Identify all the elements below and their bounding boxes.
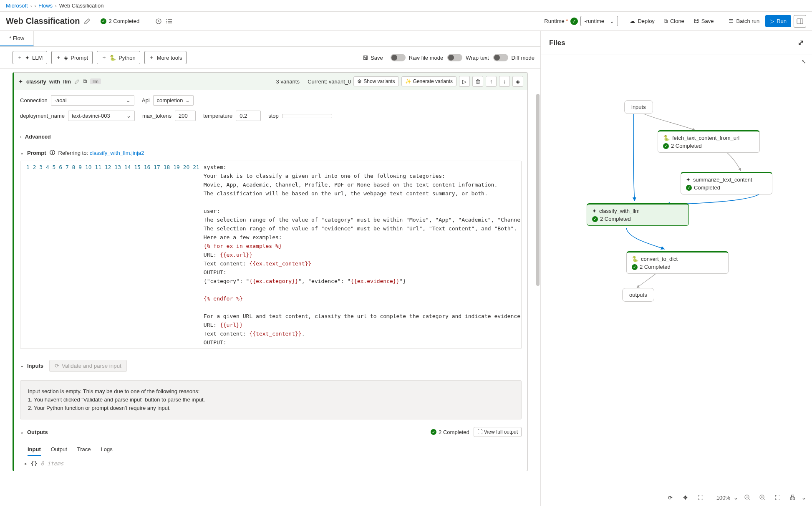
history-icon[interactable] (155, 18, 162, 25)
fullscreen-button[interactable]: ⛶ (695, 492, 706, 503)
llm-icon: ✦ (592, 208, 597, 214)
tab-logs[interactable]: Logs (101, 444, 113, 456)
runtime-select[interactable]: -runtime ⌄ (580, 16, 618, 26)
svg-point-2 (166, 21, 167, 22)
connection-select[interactable]: -aoai⌄ (51, 95, 134, 106)
breadcrumb-flows[interactable]: Flows (38, 3, 53, 9)
zoom-in-button[interactable] (757, 492, 768, 503)
list-icon[interactable] (166, 18, 173, 25)
batch-run-button[interactable]: ☰ Batch run (725, 15, 763, 27)
deploy-icon: ☁ (630, 18, 635, 24)
tool-row: ＋ ✦ LLM ＋ ◈ Prompt ＋ 🐍 Python ＋ More too… (0, 47, 540, 69)
outputs-section[interactable]: ⌄ Outputs (20, 429, 48, 435)
show-variants-button[interactable]: ⚙Show variants (353, 76, 398, 86)
run-node-button[interactable]: ▷ (459, 76, 470, 87)
prompt-section[interactable]: ⌄ Prompt ⓘ Referring to: classify_with_l… (14, 146, 527, 159)
check-icon: ✓ (431, 429, 436, 435)
inputs-section[interactable]: ⌄ Inputs (20, 363, 43, 369)
graph-canvas[interactable]: ⤡ inputs 🐍fetch_text_content_from_url ✓2 (541, 55, 812, 489)
add-prompt-button[interactable]: ＋ ◈ Prompt (51, 51, 93, 64)
raw-file-toggle[interactable] (391, 54, 406, 61)
json-preview[interactable]: ▸ {} 0 items (14, 456, 527, 471)
check-icon: ✓ (686, 185, 692, 191)
prompt-editor[interactable]: 1 2 3 4 5 6 7 8 9 10 11 12 13 14 15 16 1… (20, 161, 522, 349)
stop-input[interactable] (282, 114, 332, 118)
referring-to: Referring to: classify_with_llm.jinja2 (58, 150, 144, 156)
page-title: Web Classification (6, 16, 80, 26)
api-select[interactable]: completion⌄ (153, 95, 194, 106)
expand-icon[interactable]: ⤢ (798, 38, 804, 47)
copy-icon[interactable]: ⧉ (83, 78, 87, 85)
advanced-section[interactable]: › Advanced (14, 131, 527, 142)
clone-button[interactable]: ⧉ Clone (661, 15, 688, 27)
zoom-fit-button[interactable]: ⛶ (772, 492, 783, 503)
chevron-right-icon: › (34, 3, 36, 8)
save-flow-button[interactable]: 🖫 Save (359, 52, 386, 63)
python-icon: 🐍 (109, 55, 116, 61)
output-tabs: Input Output Trace Logs (20, 441, 522, 456)
outputs-status: ✓2 Completed (431, 429, 469, 435)
graph-inputs[interactable]: inputs (624, 100, 653, 114)
graph-node-summarize[interactable]: ✦summarize_text_content ✓Completed (681, 172, 772, 194)
cursor-button[interactable]: ✥ (680, 492, 691, 503)
graph-node-convert[interactable]: 🐍convert_to_dict ✓2 Completed (626, 251, 729, 274)
runtime-value: -runtime (584, 18, 604, 24)
graph-node-fetch[interactable]: 🐍fetch_text_content_from_url ✓2 Complete… (658, 130, 760, 153)
add-llm-button[interactable]: ＋ ✦ LLM (13, 51, 47, 64)
graph-outputs[interactable]: outputs (622, 288, 654, 302)
inputs-empty-info: Input section is empty. This may be due … (20, 380, 522, 419)
chevron-down-icon[interactable]: ⌄ (802, 495, 806, 501)
collapse-icon[interactable]: ⤡ (802, 58, 806, 65)
python-icon: 🐍 (632, 256, 638, 262)
scrollbar[interactable] (535, 69, 540, 506)
tab-output[interactable]: Output (51, 444, 67, 456)
add-python-button[interactable]: ＋ 🐍 Python (97, 51, 140, 64)
tab-input[interactable]: Input (28, 444, 41, 456)
llm-icon: ✦ (18, 78, 23, 85)
node-title: classify_with_llm (26, 78, 71, 85)
edit-icon[interactable] (74, 79, 80, 84)
zoom-out-button[interactable] (741, 492, 753, 503)
chevron-down-icon[interactable]: ⌄ (734, 495, 738, 501)
view-full-output-button[interactable]: ⛶ View full output (474, 427, 522, 437)
breadcrumb-root[interactable]: Microsoft (6, 3, 28, 9)
svg-point-1 (166, 19, 167, 20)
prompt-file-link[interactable]: classify_with_llm.jinja2 (90, 150, 144, 156)
edit-icon[interactable] (84, 18, 91, 25)
more-tools-button[interactable]: ＋ More tools (144, 51, 187, 64)
delete-node-button[interactable]: 🗑 (472, 76, 483, 87)
panel-toggle-button[interactable] (794, 15, 806, 28)
deploy-button[interactable]: ☁ Deploy (626, 15, 658, 27)
title-bar: Web Classification ✓ 2 Completed Runtime… (0, 12, 812, 31)
deployment-select[interactable]: text-davinci-003⌄ (68, 111, 135, 121)
diff-mode-toggle[interactable] (493, 54, 508, 61)
move-up-button[interactable]: ↑ (486, 76, 497, 87)
svg-line-12 (764, 499, 765, 500)
tab-flow[interactable]: * Flow (0, 31, 34, 46)
raw-file-label: Raw file mode (409, 55, 443, 61)
move-down-button[interactable]: ↓ (499, 76, 510, 87)
wrap-text-toggle[interactable] (447, 54, 462, 61)
layout-button[interactable]: 品 (787, 492, 798, 503)
chevron-right-icon: › (30, 3, 32, 8)
save-button[interactable]: 🖫 Save (690, 15, 717, 27)
python-icon: 🐍 (663, 135, 670, 141)
current-variant: Current: variant_0 (308, 78, 351, 85)
flow-tabs: * Flow (0, 31, 540, 47)
graph-node-classify[interactable]: ✦classify_with_llm ✓2 Completed (587, 203, 689, 226)
connection-label: Connection (20, 97, 48, 104)
batch-icon: ☰ (729, 18, 734, 24)
api-label: Api (142, 97, 150, 104)
target-button[interactable]: ◈ (512, 76, 523, 87)
run-button[interactable]: ▷ Run (765, 15, 791, 27)
wrap-text-label: Wrap text (466, 55, 489, 61)
editor-code[interactable]: system: Your task is to classify a given… (204, 161, 521, 348)
generate-variants-button[interactable]: ✨Generate variants (401, 76, 456, 86)
node-classify-with-llm: ✦ classify_with_llm ⧉ llm 3 variants Cur… (13, 72, 528, 471)
chevron-down-icon: ⌄ (185, 97, 190, 104)
tab-trace[interactable]: Trace (77, 444, 91, 456)
capture-button[interactable]: ⟳ (665, 492, 676, 503)
max-tokens-input[interactable]: 200 (175, 111, 196, 121)
files-panel-head: Files ⤢ (541, 31, 812, 55)
temperature-input[interactable]: 0.2 (236, 111, 261, 121)
